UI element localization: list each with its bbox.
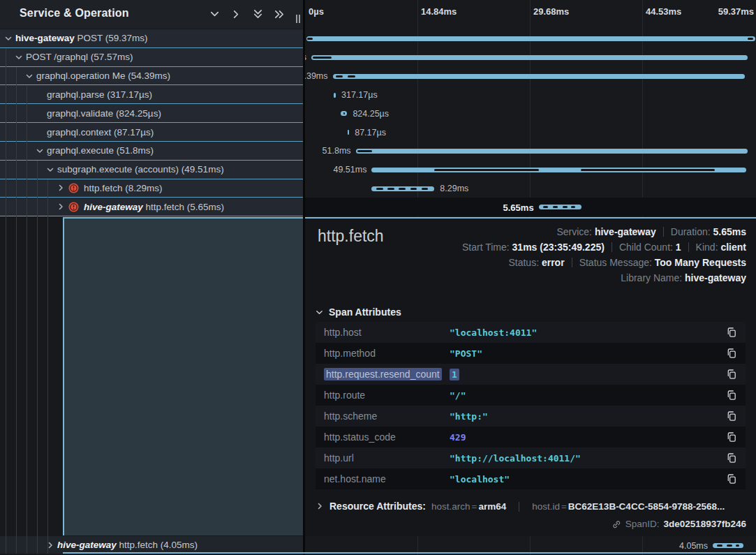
chevron-down-icon xyxy=(4,34,13,43)
tree-row[interactable]: hive-gateway http.fetch (5.65ms) xyxy=(0,198,303,216)
resource-attributes-row[interactable]: Resource Attributes:host.arch=arm64host.… xyxy=(316,497,746,515)
tree-row[interactable]: subgraph.execute (accounts) (49.51ms) xyxy=(0,161,303,179)
chevron-down-icon xyxy=(36,147,44,155)
attribute-key: http.scheme xyxy=(324,410,450,422)
copy-button[interactable] xyxy=(725,473,737,484)
panel-title: Service & Operation xyxy=(20,7,129,20)
attribute-value: "localhost" xyxy=(450,474,725,484)
span-attributes-header[interactable]: Span Attributes xyxy=(316,306,401,318)
attribute-row: http.status_code 429 xyxy=(316,427,746,447)
tree-row[interactable]: hive-gateway POST (59.37ms) xyxy=(0,29,303,48)
copy-button[interactable] xyxy=(725,452,737,464)
double-chevron-right-button[interactable] xyxy=(273,8,286,20)
span-attributes-title: Span Attributes xyxy=(329,306,401,318)
indent-guide xyxy=(47,179,48,554)
duration-label: 54.39ms xyxy=(305,71,328,81)
double-chevron-down-button[interactable] xyxy=(251,8,264,20)
copy-icon xyxy=(726,431,737,443)
duration-label: 317.17µs xyxy=(341,90,378,100)
meta-label: Kind: client xyxy=(696,242,746,253)
copy-button[interactable] xyxy=(725,410,737,422)
expandd-chevron[interactable] xyxy=(4,34,13,43)
tree-row[interactable]: graphql.context (87.17µs) xyxy=(0,123,303,142)
duration-label: 5.65ms xyxy=(503,202,534,213)
error-icon xyxy=(68,202,79,212)
span-title: http.fetch xyxy=(318,227,384,246)
span-id-row: SpanID:3de02518937fb246 xyxy=(612,519,746,529)
collapsed-chevron[interactable] xyxy=(57,184,65,192)
collapsed-chevron[interactable] xyxy=(57,202,65,211)
span-id-label: SpanID: xyxy=(625,519,660,529)
duration-label: 57.57ms xyxy=(305,52,306,62)
attribute-row: http.route "/" xyxy=(316,385,746,406)
attribute-value: 1 xyxy=(450,369,725,380)
timeline-bar[interactable] xyxy=(348,130,349,135)
double-chevron-down-icon xyxy=(253,9,263,20)
meta-line: Library Name: hive-gateway xyxy=(462,270,746,286)
duration-label: 49.51ms xyxy=(333,165,366,175)
self-time-segment xyxy=(748,38,753,40)
tree-row[interactable]: graphql.validate (824.25µs) xyxy=(0,104,303,123)
span-id-value: 3de02518937fb246 xyxy=(663,519,746,529)
self-time-segment xyxy=(307,38,313,40)
timeline-bar[interactable] xyxy=(334,93,336,98)
meta-value: 1 xyxy=(676,242,681,253)
chevron-right-icon xyxy=(57,184,65,192)
selected-span-spacer xyxy=(63,217,303,535)
timeline-bar[interactable] xyxy=(333,74,745,79)
copy-icon xyxy=(726,348,737,359)
timeline-bar[interactable] xyxy=(311,55,748,60)
expandd-chevron[interactable] xyxy=(15,53,23,61)
attribute-row: http.host "localhost:4011" xyxy=(316,322,746,343)
expandd-chevron[interactable] xyxy=(46,165,54,174)
expandd-chevron[interactable] xyxy=(36,147,44,155)
tree-row[interactable]: POST /graphql (57.57ms) xyxy=(0,48,303,67)
meta-value: error xyxy=(542,257,565,268)
expandd-chevron[interactable] xyxy=(25,72,34,80)
self-time-segment xyxy=(313,57,332,59)
copy-icon xyxy=(726,473,737,484)
indent-guide xyxy=(16,67,17,554)
copy-button[interactable] xyxy=(725,390,737,401)
meta-value: client xyxy=(720,242,746,253)
chevron-right-icon xyxy=(57,202,65,211)
meta-label: Service: hive-gateway xyxy=(556,226,655,237)
timeline-body: 59.37ms57.57ms54.39ms317.17µs824.25µs87.… xyxy=(305,29,756,216)
double-chevron-right-icon xyxy=(274,9,285,20)
tree-row[interactable]: http.fetch (8.29ms) xyxy=(0,179,303,198)
meta-value: Too Many Requests xyxy=(655,257,746,268)
copy-button[interactable] xyxy=(725,431,737,443)
chevron-right-button[interactable] xyxy=(230,8,242,20)
self-time-segment xyxy=(376,188,383,190)
tree-row[interactable]: hive-gateway http.fetch (4.05ms) xyxy=(0,536,303,554)
duration-label: 4.05ms xyxy=(679,541,708,551)
copy-button[interactable] xyxy=(725,369,737,380)
panel-resize-handle[interactable] xyxy=(295,15,301,23)
meta-value: 31ms (23:35:49.225) xyxy=(512,242,605,253)
copy-button[interactable] xyxy=(725,327,737,338)
timeline-bar[interactable] xyxy=(356,149,748,154)
chevron-down-icon xyxy=(25,72,34,80)
duration-label: 51.8ms xyxy=(323,146,351,156)
meta-label: Start Time: 31ms (23:35:49.225) xyxy=(462,242,605,253)
error-icon xyxy=(68,183,79,193)
resource-attribute: host.id=BC62E13B-C4CC-5854-9788-2568... xyxy=(532,501,725,512)
span-meta: Service: hive-gatewayDuration: 5.65msSta… xyxy=(462,224,746,286)
attribute-value: "localhost:4011" xyxy=(450,327,725,338)
timeline-bar[interactable] xyxy=(306,36,755,41)
span-attributes-table: http.host "localhost:4011" http.method "… xyxy=(316,322,746,489)
chevron-down-button[interactable] xyxy=(208,8,221,20)
meta-line: Start Time: 31ms (23:35:49.225)Child Cou… xyxy=(462,239,746,255)
tree-row[interactable]: graphql.parse (317.17µs) xyxy=(0,85,303,104)
resource-attribute: host.arch=arm64 xyxy=(431,501,506,512)
timeline-tick: 29.68ms xyxy=(533,6,569,17)
duration-label: 8.29ms xyxy=(440,184,468,193)
self-time-segment xyxy=(387,188,394,190)
resource-attributes-title: Resource Attributes: xyxy=(329,501,426,512)
collapsed-chevron[interactable] xyxy=(316,502,324,510)
attribute-row: http.method "POST" xyxy=(316,343,746,364)
tree-row[interactable]: graphql.execute (51.8ms) xyxy=(0,142,303,161)
copy-button[interactable] xyxy=(725,348,737,359)
duration-label: 824.25µs xyxy=(353,109,389,119)
tree-row[interactable]: graphql.operation Me (54.39ms) xyxy=(0,67,303,86)
